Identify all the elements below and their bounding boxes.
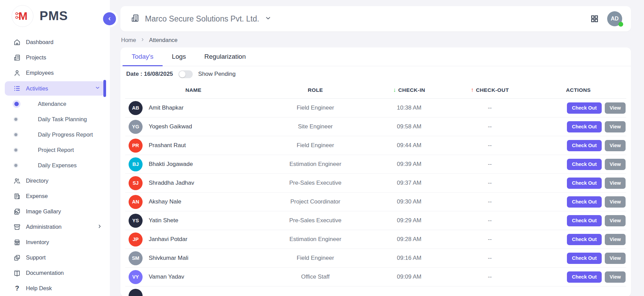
company-selector[interactable]: Marco Secure Solutions Pvt. Ltd. [131,14,272,24]
sidebar-collapse-button[interactable] [103,12,116,25]
employee-role: Field Engineer [262,255,369,262]
check-in-time: 09:16 AM [369,255,449,262]
office-building-icon [131,14,140,24]
tab-regularization[interactable]: Regularization [195,47,255,66]
receipt-icon [13,192,21,200]
table-row: YG Yogesh Gaikwad Site Engineer 09:58 AM… [125,117,626,136]
check-out-button[interactable]: Check Out [567,159,602,170]
view-button[interactable]: View [605,215,626,226]
avatar: JP [129,232,143,246]
sidebar-item-label: Inventory [26,239,49,245]
table-row: PR Prashant Raut Field Engineer 09:44 AM… [125,136,626,155]
sidebar-item-activities[interactable]: Activities [5,81,105,96]
employee-role: Project Coordinator [262,198,369,205]
check-out-time: -- [449,104,530,111]
sidebar-item-documentation[interactable]: Documentation [0,265,110,281]
sidebar-item-daily-progress-report[interactable]: Daily Progress Report [0,127,110,142]
view-button[interactable]: View [605,178,626,189]
sidebar-item-label: Image Gallary [26,208,61,215]
question-icon: ? [13,284,21,293]
view-button[interactable]: View [605,121,626,132]
sidebar-item-projects[interactable]: Projects [0,50,110,65]
sidebar-item-administration[interactable]: Administration [0,219,110,235]
check-out-time: -- [449,255,530,262]
sidebar-item-daily-task-planning[interactable]: Daily Task Planning [0,112,110,127]
sidebar-item-expense[interactable]: Expense [0,188,110,204]
main-area: Marco Secure Solutions Pvt. Ltd. AD Home [110,0,644,296]
employee-role: Pre-Sales Executive [262,217,369,224]
breadcrumb-current: Attendance [149,37,177,43]
check-out-time: -- [449,217,530,224]
user-initials: AD [611,16,618,22]
sidebar-item-support[interactable]: Support [0,250,110,265]
employee-role: Site Engineer [262,123,369,130]
sidebar-item-project-report[interactable]: Project Report [0,142,110,158]
check-in-time: 09:09 AM [369,273,449,280]
avatar: PR [129,139,143,153]
view-button[interactable]: View [605,102,626,114]
check-out-button[interactable]: Check Out [567,140,602,151]
view-button[interactable]: View [605,234,626,245]
check-out-time: -- [449,123,530,130]
table-row-partial [125,286,626,296]
sidebar-item-help-desk[interactable]: ? Help Desk [0,281,110,296]
view-button[interactable]: View [605,196,626,208]
user-avatar[interactable]: AD [607,11,622,26]
company-logo: M [12,5,33,27]
view-button[interactable]: View [605,159,626,170]
sidebar-item-dashboard[interactable]: Dashboard [0,34,110,50]
sidebar-item-label: Dashboard [26,39,54,45]
sidebar-item-image-gallary[interactable]: Image Gallary [0,204,110,219]
check-in-time: 09:28 AM [369,236,449,243]
employee-name: Vaman Yadav [149,273,184,280]
check-out-button[interactable]: Check Out [567,178,602,189]
apps-grid-icon[interactable] [590,14,599,23]
bullet-dot-icon [14,149,17,152]
column-header-check-in[interactable]: ↓ CHECK-IN [369,87,449,94]
list-icon [13,84,21,93]
check-out-button[interactable]: Check Out [567,102,602,114]
table-row: VY Vaman Yadav Office Staff 09:09 AM -- … [125,268,626,286]
view-button[interactable]: View [605,271,626,283]
chevron-down-icon [95,85,100,92]
check-out-button[interactable]: Check Out [567,253,602,264]
column-header-check-out[interactable]: ↑ CHECK-OUT [449,87,530,94]
sidebar-item-employees[interactable]: Employees [0,65,110,81]
sidebar-item-daily-expenses[interactable]: Daily Expenses [0,158,110,173]
sidebar-item-label: Employees [26,70,54,76]
check-out-button[interactable]: Check Out [567,234,602,245]
check-out-button[interactable]: Check Out [567,121,602,132]
avatar: YS [129,214,143,228]
check-out-time: -- [449,142,530,149]
view-button[interactable]: View [605,253,626,264]
tab-logs[interactable]: Logs [163,47,195,66]
check-out-button[interactable]: Check Out [567,215,602,226]
book-icon [13,269,21,277]
avatar [129,289,143,296]
employee-role: Pre-Sales Executive [262,180,369,186]
check-out-button[interactable]: Check Out [567,196,602,208]
table-header-row: NAME ROLE ↓ CHECK-IN ↑ CHECK-OUT ACTIONS [125,82,626,99]
sidebar-item-inventory[interactable]: Inventory [0,235,110,250]
logo-m-icon: M [15,9,30,23]
check-in-time: 09:29 AM [369,217,449,224]
check-out-time: -- [449,273,530,280]
active-indicator-bar [103,80,106,97]
sidebar-item-label: Administration [26,224,62,230]
employee-role: Field Engineer [262,104,369,111]
employee-name: Bhakti Jogawade [149,161,193,168]
view-button[interactable]: View [605,140,626,151]
employee-role: Estimation Engineer [262,161,369,168]
sidebar-item-directory[interactable]: Directory [0,173,110,188]
breadcrumb-home[interactable]: Home [121,37,136,43]
table-row: YS Yatin Shete Pre-Sales Executive 09:29… [125,211,626,230]
avatar: SJ [129,176,143,190]
show-pending-toggle[interactable] [178,70,193,78]
table-row: BJ Bhakti Jogawade Estimation Engineer 0… [125,155,626,174]
attendance-card: Today's Logs Regularization Date : 16/08… [120,47,631,296]
bullet-dot-icon [14,118,17,121]
sidebar-item-attendance[interactable]: Attendance [0,96,110,112]
tab-todays[interactable]: Today's [122,47,163,66]
check-out-button[interactable]: Check Out [567,271,602,283]
sidebar-item-label: Projects [26,54,46,61]
